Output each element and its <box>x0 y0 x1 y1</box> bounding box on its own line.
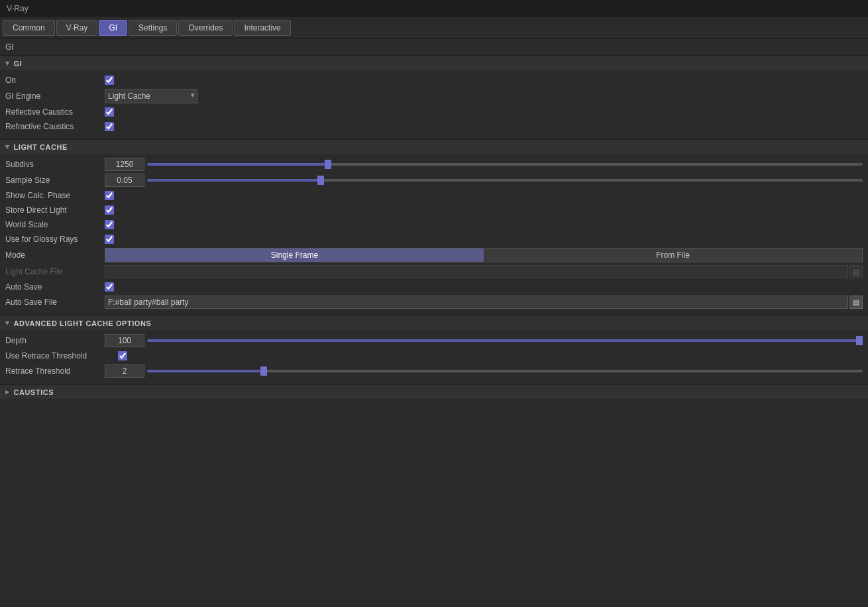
light-cache-file-input[interactable] <box>105 265 848 278</box>
glossy-rays-label: Use for Glossy Rays <box>5 235 105 244</box>
mode-from-file[interactable]: From File <box>484 248 862 262</box>
retrace-threshold-row: Retrace Threshold <box>0 363 868 379</box>
auto-save-file-browse-button[interactable]: ▤ <box>849 296 863 309</box>
gi-chevron-icon: ▾ <box>5 59 10 68</box>
gi-section-title: GI <box>14 60 23 68</box>
light-cache-file-browse-button[interactable]: ▤ <box>849 265 863 278</box>
retrace-input[interactable] <box>105 364 144 378</box>
store-direct-label: Store Direct Light <box>5 205 105 215</box>
gi-refractive-row: Refractive Caustics <box>0 119 868 134</box>
mode-label: Mode <box>5 250 105 260</box>
show-calc-row: Show Calc. Phase <box>0 188 868 203</box>
world-scale-checkbox[interactable] <box>105 220 114 229</box>
store-direct-row: Store Direct Light <box>0 203 868 217</box>
gi-refractive-checkbox[interactable] <box>105 122 114 131</box>
caustics-section: ▸ CAUSTICS <box>0 384 868 399</box>
mode-bar: Single Frame From File <box>105 248 863 262</box>
tab-common[interactable]: Common <box>3 20 55 36</box>
subdivs-label: Subdivs <box>5 160 105 169</box>
glossy-rays-checkbox[interactable] <box>105 235 114 244</box>
auto-save-file-label: Auto Save File <box>5 298 105 307</box>
caustics-header[interactable]: ▸ CAUSTICS <box>0 384 868 399</box>
title-bar: V-Ray <box>0 0 868 17</box>
advanced-lc-body: Depth Use Retrace Threshold Retrace Thre… <box>0 330 868 384</box>
light-cache-header[interactable]: ▾ LIGHT CACHE <box>0 139 868 154</box>
glossy-rays-row: Use for Glossy Rays <box>0 232 868 247</box>
auto-save-label: Auto Save <box>5 282 105 292</box>
show-calc-checkbox[interactable] <box>105 191 114 200</box>
gi-section: ▾ GI On GI Engine Light Cache Brute Forc… <box>0 56 868 139</box>
tab-gi[interactable]: GI <box>99 20 127 36</box>
auto-save-checkbox[interactable] <box>105 282 114 292</box>
caustics-chevron-icon: ▸ <box>5 388 10 396</box>
advanced-lc-title: ADVANCED LIGHT CACHE OPTIONS <box>14 319 152 327</box>
tab-settings[interactable]: Settings <box>129 20 177 36</box>
gi-reflective-label: Reflective Caustics <box>5 107 105 117</box>
gi-reflective-checkbox[interactable] <box>105 107 114 117</box>
gi-section-body: On GI Engine Light Cache Brute Force Irr… <box>0 70 868 139</box>
sample-size-label: Sample Size <box>5 176 105 185</box>
gi-section-header[interactable]: ▾ GI <box>0 56 868 70</box>
gi-engine-row: GI Engine Light Cache Brute Force Irradi… <box>0 87 868 105</box>
light-cache-body: Subdivs Sample Size Show Calc. Phase <box>0 154 868 315</box>
retrace-label: Retrace Threshold <box>5 366 105 376</box>
gi-refractive-label: Refractive Caustics <box>5 122 105 131</box>
advanced-light-cache-header[interactable]: ▾ ADVANCED LIGHT CACHE OPTIONS <box>0 315 868 330</box>
tab-bar: Common V-Ray GI Settings Overrides Inter… <box>0 17 868 39</box>
gi-reflective-row: Reflective Caustics <box>0 105 868 119</box>
light-cache-title: LIGHT CACHE <box>14 143 68 151</box>
mode-single-frame[interactable]: Single Frame <box>105 248 484 262</box>
depth-input[interactable] <box>105 334 144 347</box>
subdivs-row: Subdivs <box>0 156 868 172</box>
world-scale-label: World Scale <box>5 220 105 229</box>
gi-on-row: On <box>0 73 868 87</box>
tab-interactive[interactable]: Interactive <box>234 20 290 36</box>
use-retrace-checkbox[interactable] <box>118 351 127 360</box>
app-title: V-Ray <box>7 4 28 13</box>
tab-overrides[interactable]: Overrides <box>178 20 233 36</box>
depth-label: Depth <box>5 336 105 345</box>
retrace-slider[interactable] <box>147 370 863 372</box>
auto-save-row: Auto Save <box>0 280 868 294</box>
world-scale-row: World Scale <box>0 217 868 232</box>
page-label: GI <box>0 39 868 56</box>
advanced-lc-chevron-icon: ▾ <box>5 319 10 327</box>
subdivs-input[interactable] <box>105 158 144 171</box>
sample-size-input[interactable] <box>105 174 144 187</box>
depth-slider[interactable] <box>147 339 863 342</box>
light-cache-section: ▾ LIGHT CACHE Subdivs Sample Size <box>0 139 868 315</box>
auto-save-file-row: Auto Save File ▤ <box>0 294 868 310</box>
show-calc-label: Show Calc. Phase <box>5 191 105 200</box>
advanced-light-cache-section: ▾ ADVANCED LIGHT CACHE OPTIONS Depth Use… <box>0 315 868 384</box>
gi-on-checkbox[interactable] <box>105 76 114 85</box>
sample-size-slider[interactable] <box>147 179 863 182</box>
tab-vray[interactable]: V-Ray <box>56 20 98 36</box>
gi-on-label: On <box>5 76 105 85</box>
mode-row: Mode Single Frame From File <box>0 247 868 264</box>
store-direct-checkbox[interactable] <box>105 205 114 215</box>
gi-engine-dropdown[interactable]: Light Cache Brute Force Irradiance Map <box>105 89 197 103</box>
use-retrace-row: Use Retrace Threshold <box>0 349 868 363</box>
auto-save-file-input[interactable] <box>105 296 848 309</box>
depth-row: Depth <box>0 333 868 349</box>
use-retrace-label: Use Retrace Threshold <box>5 351 118 360</box>
light-cache-file-row: Light Cache File ▤ <box>0 264 868 280</box>
gi-engine-label: GI Engine <box>5 91 105 101</box>
light-cache-chevron-icon: ▾ <box>5 142 10 151</box>
subdivs-slider[interactable] <box>147 163 863 166</box>
light-cache-file-label: Light Cache File <box>5 267 105 276</box>
sample-size-row: Sample Size <box>0 172 868 188</box>
caustics-title: CAUSTICS <box>14 388 54 396</box>
